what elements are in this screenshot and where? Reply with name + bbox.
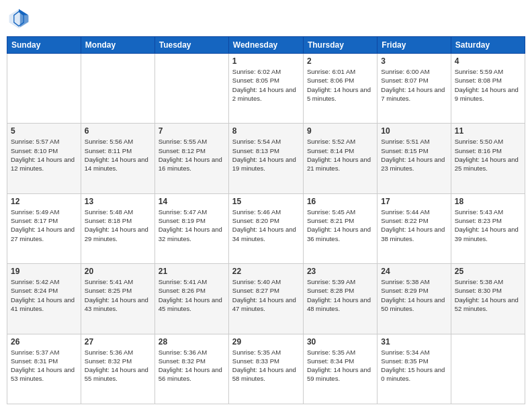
day-number: 25 [455, 267, 521, 276]
day-info: Sunrise: 5:49 AM Sunset: 8:17 PM Dayligh… [11, 208, 77, 243]
day-info: Sunrise: 5:36 AM Sunset: 8:32 PM Dayligh… [85, 348, 151, 383]
day-number: 5 [11, 126, 77, 136]
day-cell: 30Sunrise: 5:35 AM Sunset: 8:34 PM Dayli… [303, 334, 377, 404]
day-cell: 14Sunrise: 5:47 AM Sunset: 8:19 PM Dayli… [154, 193, 228, 263]
day-cell: 25Sunrise: 5:38 AM Sunset: 8:30 PM Dayli… [451, 264, 525, 334]
day-number: 4 [455, 56, 521, 66]
week-row-4: 19Sunrise: 5:42 AM Sunset: 8:24 PM Dayli… [7, 264, 525, 334]
day-cell [81, 54, 154, 124]
day-cell: 8Sunrise: 5:54 AM Sunset: 8:13 PM Daylig… [228, 124, 303, 193]
day-cell: 17Sunrise: 5:44 AM Sunset: 8:22 PM Dayli… [378, 193, 451, 263]
day-info: Sunrise: 5:55 AM Sunset: 8:12 PM Dayligh… [159, 137, 225, 173]
day-info: Sunrise: 5:59 AM Sunset: 8:08 PM Dayligh… [455, 67, 521, 103]
page: SundayMondayTuesdayWednesdayThursdayFrid… [0, 0, 532, 411]
day-info: Sunrise: 5:51 AM Sunset: 8:15 PM Dayligh… [381, 137, 447, 173]
day-number: 30 [307, 337, 373, 347]
day-info: Sunrise: 6:02 AM Sunset: 8:05 PM Dayligh… [232, 67, 300, 103]
header [7, 7, 525, 31]
day-info: Sunrise: 5:57 AM Sunset: 8:10 PM Dayligh… [11, 137, 77, 173]
day-number: 29 [232, 337, 300, 347]
day-cell [154, 54, 228, 124]
day-number: 19 [11, 267, 77, 276]
day-info: Sunrise: 5:38 AM Sunset: 8:30 PM Dayligh… [455, 277, 521, 313]
day-info: Sunrise: 5:46 AM Sunset: 8:20 PM Dayligh… [232, 208, 300, 243]
day-number: 23 [307, 267, 373, 276]
day-number: 3 [381, 56, 447, 66]
day-info: Sunrise: 5:34 AM Sunset: 8:35 PM Dayligh… [381, 348, 447, 383]
week-row-5: 26Sunrise: 5:37 AM Sunset: 8:31 PM Dayli… [7, 334, 525, 404]
day-info: Sunrise: 5:37 AM Sunset: 8:31 PM Dayligh… [11, 348, 77, 383]
day-cell: 29Sunrise: 5:35 AM Sunset: 8:33 PM Dayli… [228, 334, 303, 404]
day-cell: 10Sunrise: 5:51 AM Sunset: 8:15 PM Dayli… [378, 124, 451, 193]
weekday-header-tuesday: Tuesday [154, 37, 228, 54]
weekday-header-thursday: Thursday [303, 37, 377, 54]
day-cell: 2Sunrise: 6:01 AM Sunset: 8:06 PM Daylig… [303, 54, 377, 124]
day-number: 26 [11, 337, 77, 347]
day-cell [7, 54, 81, 124]
weekday-header-wednesday: Wednesday [228, 37, 303, 54]
day-info: Sunrise: 5:52 AM Sunset: 8:14 PM Dayligh… [307, 137, 373, 173]
day-number: 14 [159, 197, 225, 206]
day-number: 12 [11, 197, 77, 206]
day-cell: 27Sunrise: 5:36 AM Sunset: 8:32 PM Dayli… [81, 334, 154, 404]
day-cell: 22Sunrise: 5:40 AM Sunset: 8:27 PM Dayli… [228, 264, 303, 334]
day-number: 20 [85, 267, 151, 276]
day-info: Sunrise: 5:35 AM Sunset: 8:34 PM Dayligh… [307, 348, 373, 383]
day-info: Sunrise: 5:43 AM Sunset: 8:23 PM Dayligh… [455, 208, 521, 243]
day-number: 10 [381, 126, 447, 136]
weekday-header-row: SundayMondayTuesdayWednesdayThursdayFrid… [7, 37, 525, 54]
day-number: 17 [381, 197, 447, 206]
day-cell: 1Sunrise: 6:02 AM Sunset: 8:05 PM Daylig… [228, 54, 303, 124]
day-number: 1 [232, 56, 300, 66]
day-number: 28 [159, 337, 225, 347]
day-number: 24 [381, 267, 447, 276]
logo-icon [7, 7, 31, 31]
day-info: Sunrise: 5:41 AM Sunset: 8:26 PM Dayligh… [159, 277, 225, 313]
day-number: 21 [159, 267, 225, 276]
day-number: 11 [455, 126, 521, 136]
day-number: 2 [307, 56, 373, 66]
week-row-3: 12Sunrise: 5:49 AM Sunset: 8:17 PM Dayli… [7, 193, 525, 263]
day-cell: 12Sunrise: 5:49 AM Sunset: 8:17 PM Dayli… [7, 193, 81, 263]
day-info: Sunrise: 5:42 AM Sunset: 8:24 PM Dayligh… [11, 277, 77, 313]
calendar: SundayMondayTuesdayWednesdayThursdayFrid… [7, 36, 525, 404]
day-info: Sunrise: 5:48 AM Sunset: 8:18 PM Dayligh… [85, 208, 151, 243]
day-cell: 13Sunrise: 5:48 AM Sunset: 8:18 PM Dayli… [81, 193, 154, 263]
day-cell: 28Sunrise: 5:36 AM Sunset: 8:32 PM Dayli… [154, 334, 228, 404]
day-cell: 26Sunrise: 5:37 AM Sunset: 8:31 PM Dayli… [7, 334, 81, 404]
day-number: 31 [381, 337, 447, 347]
day-info: Sunrise: 5:35 AM Sunset: 8:33 PM Dayligh… [232, 348, 300, 383]
day-info: Sunrise: 5:38 AM Sunset: 8:29 PM Dayligh… [381, 277, 447, 313]
day-cell: 18Sunrise: 5:43 AM Sunset: 8:23 PM Dayli… [451, 193, 525, 263]
day-cell [451, 334, 525, 404]
day-info: Sunrise: 5:45 AM Sunset: 8:21 PM Dayligh… [307, 208, 373, 243]
day-number: 22 [232, 267, 300, 276]
day-number: 13 [85, 197, 151, 206]
day-cell: 16Sunrise: 5:45 AM Sunset: 8:21 PM Dayli… [303, 193, 377, 263]
weekday-header-monday: Monday [81, 37, 154, 54]
week-row-2: 5Sunrise: 5:57 AM Sunset: 8:10 PM Daylig… [7, 124, 525, 193]
weekday-header-sunday: Sunday [7, 37, 81, 54]
day-cell: 5Sunrise: 5:57 AM Sunset: 8:10 PM Daylig… [7, 124, 81, 193]
day-number: 6 [85, 126, 151, 136]
day-cell: 19Sunrise: 5:42 AM Sunset: 8:24 PM Dayli… [7, 264, 81, 334]
day-info: Sunrise: 5:50 AM Sunset: 8:16 PM Dayligh… [455, 137, 521, 173]
day-info: Sunrise: 5:39 AM Sunset: 8:28 PM Dayligh… [307, 277, 373, 313]
day-cell: 23Sunrise: 5:39 AM Sunset: 8:28 PM Dayli… [303, 264, 377, 334]
day-number: 18 [455, 197, 521, 206]
day-cell: 21Sunrise: 5:41 AM Sunset: 8:26 PM Dayli… [154, 264, 228, 334]
day-number: 9 [307, 126, 373, 136]
day-cell: 7Sunrise: 5:55 AM Sunset: 8:12 PM Daylig… [154, 124, 228, 193]
day-cell: 9Sunrise: 5:52 AM Sunset: 8:14 PM Daylig… [303, 124, 377, 193]
day-info: Sunrise: 5:54 AM Sunset: 8:13 PM Dayligh… [232, 137, 300, 173]
day-info: Sunrise: 6:00 AM Sunset: 8:07 PM Dayligh… [381, 67, 447, 103]
weekday-header-saturday: Saturday [451, 37, 525, 54]
day-cell: 20Sunrise: 5:41 AM Sunset: 8:25 PM Dayli… [81, 264, 154, 334]
day-info: Sunrise: 5:47 AM Sunset: 8:19 PM Dayligh… [159, 208, 225, 243]
day-info: Sunrise: 5:44 AM Sunset: 8:22 PM Dayligh… [381, 208, 447, 243]
day-cell: 31Sunrise: 5:34 AM Sunset: 8:35 PM Dayli… [378, 334, 451, 404]
day-cell: 3Sunrise: 6:00 AM Sunset: 8:07 PM Daylig… [378, 54, 451, 124]
day-number: 7 [159, 126, 225, 136]
day-number: 8 [232, 126, 300, 136]
day-cell: 15Sunrise: 5:46 AM Sunset: 8:20 PM Dayli… [228, 193, 303, 263]
